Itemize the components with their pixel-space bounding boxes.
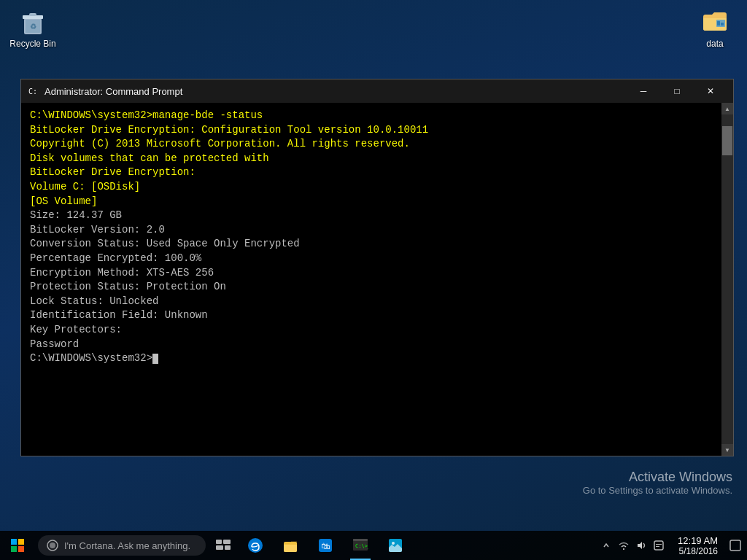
volume-icon[interactable] bbox=[634, 538, 649, 553]
cortana-search[interactable]: I'm Cortana. Ask me anything. bbox=[38, 535, 206, 556]
network-icon[interactable] bbox=[616, 538, 631, 553]
action-center-tray-icon bbox=[654, 540, 664, 551]
svg-rect-7 bbox=[721, 23, 724, 26]
svg-rect-26 bbox=[656, 544, 662, 545]
cmd-line: Identification Field: Unknown bbox=[30, 308, 713, 323]
edge-icon bbox=[247, 537, 263, 553]
cmd-line: Disk volumes that can be protected with bbox=[30, 152, 713, 166]
svg-rect-15 bbox=[225, 545, 231, 550]
tray-overflow-button[interactable] bbox=[599, 538, 614, 553]
scroll-thumb[interactable] bbox=[722, 126, 732, 155]
cmd-line: C:\WINDOWS\system32> bbox=[30, 351, 713, 366]
task-view-icon bbox=[216, 540, 231, 551]
cmd-line: Protection Status: Protection On bbox=[30, 280, 713, 295]
cmd-line: Key Protectors: bbox=[30, 323, 713, 338]
taskbar-app-store[interactable]: 🛍 bbox=[308, 531, 343, 560]
svg-text:♻: ♻ bbox=[30, 23, 36, 31]
start-button[interactable] bbox=[0, 531, 35, 560]
taskbar-apps: 🛍 C:\>_ bbox=[238, 531, 593, 560]
chevron-up-icon bbox=[603, 542, 610, 549]
activate-watermark: Activate Windows Go to Settings to activ… bbox=[583, 470, 732, 496]
svg-point-24 bbox=[392, 542, 395, 545]
cmd-line: Lock Status: Unlocked bbox=[30, 295, 713, 309]
store-icon: 🛍 bbox=[317, 537, 333, 553]
data-folder-icon[interactable]: data bbox=[686, 4, 744, 52]
taskbar: I'm Cortana. Ask me anything. bbox=[0, 531, 747, 560]
taskbar-app-edge[interactable] bbox=[238, 531, 273, 560]
cmd-line: Encryption Method: XTS-AES 256 bbox=[30, 266, 713, 281]
minimize-button[interactable]: ─ bbox=[627, 79, 660, 103]
data-folder-label: data bbox=[706, 39, 723, 49]
maximize-button[interactable]: □ bbox=[660, 79, 694, 103]
activate-line1: Activate Windows bbox=[583, 470, 732, 485]
scroll-up-arrow[interactable]: ▲ bbox=[721, 103, 733, 114]
cmd-window: C: Administrator: Command Prompt ─ □ ✕ C… bbox=[20, 79, 734, 456]
svg-rect-14 bbox=[216, 545, 223, 550]
svg-rect-6 bbox=[717, 21, 720, 26]
taskbar-app-photos[interactable] bbox=[378, 531, 413, 560]
cortana-icon bbox=[47, 540, 58, 551]
svg-rect-12 bbox=[216, 540, 222, 544]
cmd-line: BitLocker Drive Encryption: Configuratio… bbox=[30, 123, 713, 138]
activate-line2: Go to Settings to activate Windows. bbox=[583, 485, 732, 496]
cmd-taskbar-icon: C:\>_ bbox=[352, 537, 368, 553]
cmd-titlebar: C: Administrator: Command Prompt ─ □ ✕ bbox=[21, 79, 733, 103]
svg-rect-25 bbox=[654, 541, 663, 550]
svg-rect-27 bbox=[656, 546, 659, 547]
cmd-line: Conversion Status: Used Space Only Encry… bbox=[30, 237, 713, 252]
scrollbar[interactable]: ▲ ▼ bbox=[721, 103, 733, 456]
clock-date: 5/18/2016 bbox=[679, 546, 718, 556]
recycle-bin-label: Recycle Bin bbox=[9, 39, 55, 49]
taskbar-app-cmd[interactable]: C:\>_ bbox=[343, 531, 378, 560]
cmd-title: Administrator: Command Prompt bbox=[44, 86, 621, 97]
cmd-line: BitLocker Version: 2.0 bbox=[30, 223, 713, 238]
svg-text:C:: C: bbox=[28, 88, 37, 96]
volume-tray-icon bbox=[635, 540, 647, 551]
notification-button[interactable] bbox=[724, 531, 747, 560]
svg-text:🛍: 🛍 bbox=[321, 541, 330, 551]
cmd-line: BitLocker Drive Encryption: bbox=[30, 166, 713, 180]
windows-logo bbox=[11, 539, 24, 552]
scroll-down-arrow[interactable]: ▼ bbox=[721, 444, 733, 456]
notification-icon bbox=[729, 540, 741, 551]
svg-text:C:\>_: C:\>_ bbox=[355, 543, 368, 549]
cmd-body: C:\WINDOWS\system32>manage-bde -statusBi… bbox=[21, 103, 733, 456]
cmd-line: Copyright (C) 2013 Microsoft Corporation… bbox=[30, 137, 713, 152]
cmd-titlebar-icon: C: bbox=[27, 85, 39, 97]
cmd-line: Size: 124.37 GB bbox=[30, 209, 713, 223]
clock-time: 12:19 AM bbox=[678, 535, 718, 546]
cmd-line: [OS Volume] bbox=[30, 195, 713, 209]
window-controls: ─ □ ✕ bbox=[627, 79, 727, 103]
cortana-placeholder: I'm Cortana. Ask me anything. bbox=[64, 540, 190, 551]
clock[interactable]: 12:19 AM 5/18/2016 bbox=[672, 535, 724, 556]
recycle-bin-icon[interactable]: ♻ Recycle Bin bbox=[4, 4, 62, 52]
svg-rect-13 bbox=[223, 540, 231, 544]
cmd-line: C:\WINDOWS\system32>manage-bde -status bbox=[30, 109, 713, 123]
cmd-line: Volume C: [OSDisk] bbox=[30, 180, 713, 195]
svg-rect-21 bbox=[353, 539, 368, 541]
svg-rect-28 bbox=[730, 540, 740, 551]
task-view-button[interactable] bbox=[209, 531, 238, 560]
cmd-content[interactable]: C:\WINDOWS\system32>manage-bde -statusBi… bbox=[21, 103, 721, 456]
taskbar-app-explorer[interactable] bbox=[273, 531, 308, 560]
cmd-line: Password bbox=[30, 338, 713, 352]
action-center-icon[interactable] bbox=[651, 538, 666, 553]
system-tray bbox=[593, 538, 672, 553]
svg-point-11 bbox=[50, 542, 55, 548]
close-button[interactable]: ✕ bbox=[694, 79, 727, 103]
svg-rect-3 bbox=[29, 13, 36, 16]
explorer-icon bbox=[282, 537, 298, 553]
network-tray-icon bbox=[618, 540, 630, 551]
cmd-cursor bbox=[152, 354, 158, 364]
cmd-line: Percentage Encrypted: 100.0% bbox=[30, 252, 713, 266]
photos-icon bbox=[387, 537, 403, 553]
